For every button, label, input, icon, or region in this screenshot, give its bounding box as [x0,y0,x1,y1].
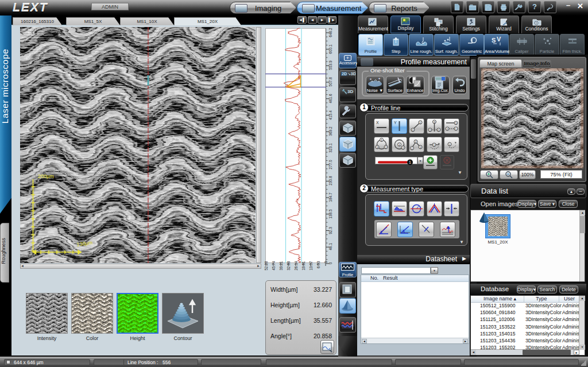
svg-text:X: X [376,121,379,125]
svg-text:3: 3 [434,121,435,124]
svg-text:V: V [497,36,501,43]
svg-text:2: 2 [447,128,448,131]
svg-text:✦: ✦ [378,77,381,80]
svg-text:3: 3 [455,122,457,125]
svg-text:1: 1 [434,144,435,147]
svg-text:2: 2 [415,140,417,144]
svg-text:0: 0 [412,129,414,132]
svg-text:✦: ✦ [369,78,372,81]
svg-text:1: 1 [411,147,413,150]
svg-text:1: 1 [420,121,421,125]
svg-text:S: S [492,37,496,44]
svg-text:1: 1 [399,143,400,146]
svg-text:2: 2 [403,146,404,150]
svg-text:Y: Y [394,121,397,125]
svg-text:1: 1 [381,138,382,142]
svg-text:200µm: 200µm [38,173,54,179]
svg-text:3: 3 [420,146,421,149]
svg-text:2: 2 [385,146,387,149]
svg-text:2: 2 [430,129,431,132]
svg-text:1: 1 [409,160,411,164]
svg-text:3: 3 [377,146,378,149]
svg-text:0: 0 [438,129,440,132]
svg-text:1: 1 [455,128,457,131]
svg-text:1: 1 [449,143,451,146]
